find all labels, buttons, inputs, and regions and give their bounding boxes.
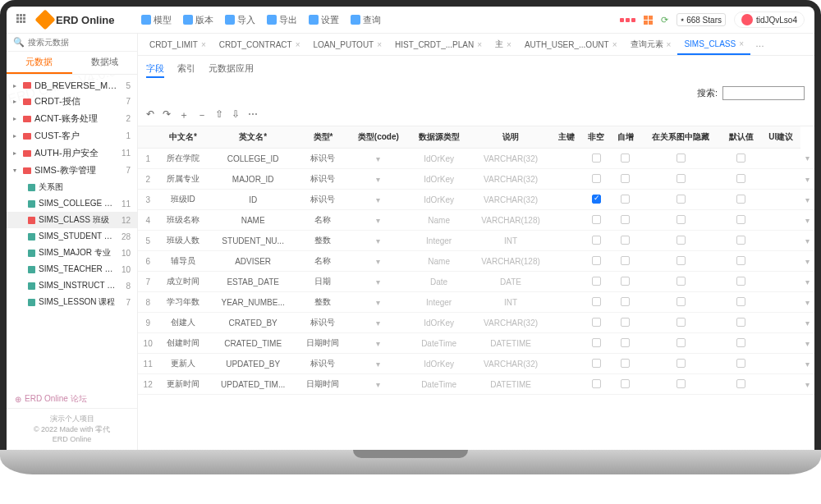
side-tab-0[interactable]: 元数据 [7,52,72,74]
tree-group[interactable]: ▸CUST-客户1 [7,127,137,144]
menu-import[interactable]: 导入 [225,14,255,26]
table-row[interactable]: 3班级IDID标识号▾IdOrKeyVARCHAR(32)▾ [138,190,814,210]
checkbox[interactable] [621,215,630,224]
checkbox[interactable] [592,215,601,224]
checkbox[interactable] [736,195,745,204]
close-icon[interactable]: × [377,40,382,49]
checkbox[interactable] [621,153,630,163]
checkbox[interactable] [736,338,745,347]
close-icon[interactable]: × [296,40,300,49]
checkbox[interactable] [592,338,601,347]
checkbox[interactable] [677,195,686,204]
checkbox[interactable] [736,236,745,245]
checkbox[interactable] [592,379,601,388]
tree-group[interactable]: ▸DB_REVERSE_MYSQL ...5 [7,78,137,93]
checkbox[interactable] [736,215,745,224]
search-input[interactable] [28,38,132,47]
move-up-icon[interactable]: ⇧ [215,108,223,122]
apps-icon[interactable] [16,14,28,25]
table-row[interactable]: 4班级名称NAME名称▾NameVARCHAR(128)▾ [138,210,814,231]
tree-item[interactable]: SIMS_STUDENT 学生28 [7,228,137,245]
column-header[interactable]: 说明 [470,126,553,149]
checkbox[interactable] [592,359,601,368]
table-row[interactable]: 11更新人UPDATED_BY标识号▾IdOrKeyVARCHAR(32)▾ [138,354,814,374]
table-row[interactable]: 7成立时间ESTAB_DATE日期▾DateDATE▾ [138,272,814,292]
checkbox[interactable] [677,338,686,347]
tree-item[interactable]: SIMS_CLASS 班级12 [7,212,137,228]
add-icon[interactable]: ＋ [179,108,189,122]
user-badge[interactable]: tidJQvLso4 [734,11,805,28]
table-row[interactable]: 8学习年数YEAR_NUMBE...整数▾IntegerINT▾ [138,292,814,313]
checkbox[interactable] [592,195,601,204]
column-header[interactable]: 自增 [611,126,640,149]
tree-group[interactable]: ▸AUTH-用户安全11 [7,144,137,162]
checkbox[interactable] [736,318,745,327]
checkbox[interactable] [621,359,630,368]
tab[interactable]: 查询元素× [624,34,678,55]
checkbox[interactable] [592,277,601,286]
tabs-more-icon[interactable]: … [750,34,769,55]
close-icon[interactable]: × [201,40,206,49]
checkbox[interactable] [736,297,745,306]
tab[interactable]: 主× [488,34,518,55]
side-tab-1[interactable]: 数据域 [72,52,138,74]
forum-link[interactable]: ⊕ ERD Online 论坛 [7,390,137,408]
close-icon[interactable]: × [507,40,511,49]
checkbox[interactable] [592,236,601,245]
subtab-2[interactable]: 元数据应用 [209,61,254,78]
close-icon[interactable]: × [667,40,672,49]
table-row[interactable]: 1所在学院COLLEGE_ID标识号▾IdOrKeyVARCHAR(32)▾ [138,149,814,169]
checkbox[interactable] [736,153,745,163]
tree-item[interactable]: 关系图 [7,179,137,195]
close-icon[interactable]: × [477,40,482,49]
tab[interactable]: LOAN_PUTOUT× [306,34,388,55]
checkbox[interactable] [592,256,601,265]
checkbox[interactable] [621,256,630,265]
table-row[interactable]: 6辅导员ADVISER名称▾NameVARCHAR(128)▾ [138,251,814,272]
checkbox[interactable] [621,174,630,183]
checkbox[interactable] [621,318,630,327]
column-header[interactable] [138,126,158,149]
column-header[interactable]: UI建议 [761,126,800,149]
tree-item[interactable]: SIMS_TEACHER 教师10 [7,261,137,277]
column-header[interactable]: 中文名* [158,126,208,149]
checkbox[interactable] [677,379,686,388]
close-icon[interactable]: × [612,40,617,49]
checkbox[interactable] [677,318,686,327]
checkbox[interactable] [677,236,686,245]
checkbox[interactable] [677,153,686,163]
checkbox[interactable] [621,277,630,286]
checkbox[interactable] [592,153,601,163]
table-row[interactable]: 2所属专业MAJOR_ID标识号▾IdOrKeyVARCHAR(32)▾ [138,169,814,190]
tab[interactable]: SIMS_CLASS× [677,34,750,55]
checkbox[interactable] [592,318,601,327]
checkbox[interactable] [677,215,686,224]
checkbox[interactable] [677,297,686,306]
tree-item[interactable]: SIMS_MAJOR 专业10 [7,245,137,261]
view-dots-icon[interactable] [620,18,635,22]
checkbox[interactable] [621,195,630,204]
checkbox[interactable] [736,256,745,265]
checkbox[interactable] [621,236,630,245]
table-row[interactable]: 10创建时间CRATED_TIME日期时间▾DateTimeDATETIME▾ [138,333,814,354]
menu-export[interactable]: 导出 [267,14,297,26]
github-stars[interactable]: ⭑ 668 Stars [677,13,726,26]
checkbox[interactable] [736,277,745,286]
tree-group[interactable]: ▸ACNT-账务处理2 [7,110,137,127]
checkbox[interactable] [736,359,745,368]
column-header[interactable]: 英文名* [208,126,298,149]
tab[interactable]: AUTH_USER_...OUNT× [518,34,624,55]
column-header[interactable]: 类型(code) [348,126,409,149]
menu-settings[interactable]: 设置 [309,14,339,26]
redo-icon[interactable]: ↷ [163,108,171,122]
column-header[interactable]: 在关系图中隐藏 [640,126,721,149]
checkbox[interactable] [592,297,601,306]
tree-group[interactable]: ▸CRDT-授信7 [7,93,137,110]
checkbox[interactable] [621,379,630,388]
menu-version[interactable]: 版本 [183,14,213,26]
refresh-icon[interactable]: ⟳ [661,15,668,25]
checkbox[interactable] [621,297,630,306]
tab[interactable]: CRDT_CONTRACT× [213,34,307,55]
checkbox[interactable] [677,277,686,286]
checkbox[interactable] [736,174,745,183]
